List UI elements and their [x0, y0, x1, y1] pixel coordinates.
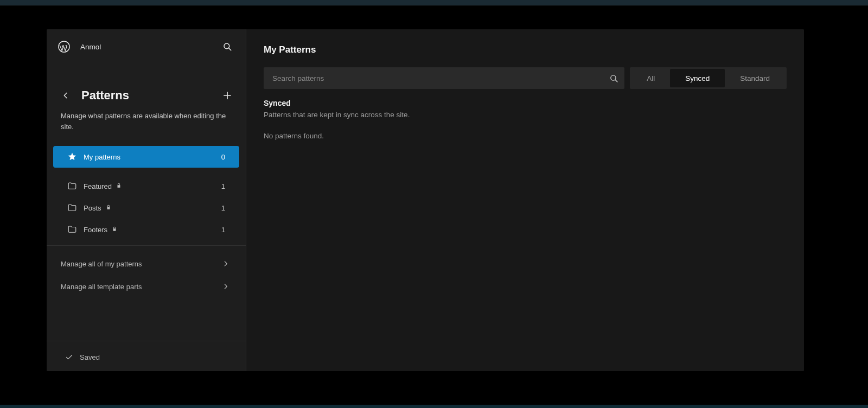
svg-line-6	[615, 79, 617, 81]
search-icon[interactable]	[220, 39, 235, 54]
main-panel: My Patterns All Synced Standard Synced P…	[246, 29, 804, 371]
sidebar-item-footers[interactable]: Footers 1	[53, 219, 239, 240]
page-title: My Patterns	[264, 44, 787, 55]
section-title-row: Patterns	[47, 61, 246, 107]
toolbar: All Synced Standard	[264, 67, 787, 89]
nav-list: My patterns 0 Featured 1	[47, 146, 246, 246]
site-name[interactable]: Anmol	[80, 43, 220, 51]
lock-icon	[116, 183, 123, 189]
manage-list: Manage all of my patterns Manage all tem…	[47, 252, 246, 298]
folder-icon	[67, 225, 77, 234]
lock-icon	[112, 226, 118, 233]
sidebar-item-label: My patterns	[84, 153, 120, 161]
chevron-right-icon	[222, 260, 229, 267]
app-window: Anmol Patterns Manage what patterns are …	[47, 29, 804, 371]
section-title: Patterns	[81, 88, 220, 103]
folder-icon	[67, 203, 77, 213]
chevron-right-icon	[222, 283, 229, 290]
sidebar-item-featured[interactable]: Featured 1	[53, 175, 239, 197]
sidebar-footer: Saved	[47, 341, 246, 371]
filter-tab-all[interactable]: All	[631, 69, 670, 87]
content-description: Patterns that are kept in sync across th…	[264, 111, 787, 119]
sidebar-header: Anmol	[47, 29, 246, 61]
add-pattern-button[interactable]	[220, 88, 235, 103]
star-icon	[67, 152, 77, 162]
sidebar-item-label: Featured	[84, 182, 112, 190]
filter-tabs: All Synced Standard	[630, 67, 787, 89]
window-chrome-top	[0, 0, 868, 5]
section-description: Manage what patterns are available when …	[47, 107, 246, 143]
empty-message: No patterns found.	[264, 132, 787, 140]
back-button[interactable]	[60, 90, 72, 101]
content-heading: Synced	[264, 99, 787, 107]
sidebar-item-count: 1	[221, 204, 225, 212]
wordpress-logo-icon[interactable]	[58, 40, 71, 53]
sidebar-item-count: 1	[221, 226, 225, 234]
check-icon	[65, 353, 73, 361]
saved-status-label: Saved	[80, 353, 100, 361]
folder-icon	[67, 181, 77, 191]
sidebar-item-label: Footers	[84, 226, 107, 234]
sidebar-item-posts[interactable]: Posts 1	[53, 197, 239, 219]
filter-tab-standard[interactable]: Standard	[725, 69, 785, 87]
window-chrome-bottom	[0, 405, 868, 408]
sidebar-item-label: Posts	[84, 204, 101, 212]
search-input[interactable]	[264, 74, 603, 82]
sidebar-item-count: 1	[221, 182, 225, 190]
sidebar-item-count: 0	[221, 153, 225, 161]
lock-icon	[106, 205, 112, 211]
manage-all-template-parts[interactable]: Manage all template parts	[47, 275, 246, 298]
category-list: Featured 1 Posts 1	[47, 168, 246, 246]
search-icon[interactable]	[603, 67, 624, 89]
filter-tab-synced[interactable]: Synced	[670, 69, 725, 87]
manage-all-patterns[interactable]: Manage all of my patterns	[47, 252, 246, 275]
manage-item-label: Manage all template parts	[61, 283, 142, 291]
sidebar-item-overflow[interactable]	[53, 240, 239, 246]
search-wrap	[264, 67, 624, 89]
sidebar-item-my-patterns[interactable]: My patterns 0	[53, 146, 239, 168]
sidebar: Anmol Patterns Manage what patterns are …	[47, 29, 246, 371]
svg-line-2	[229, 48, 231, 50]
manage-item-label: Manage all of my patterns	[61, 260, 142, 268]
